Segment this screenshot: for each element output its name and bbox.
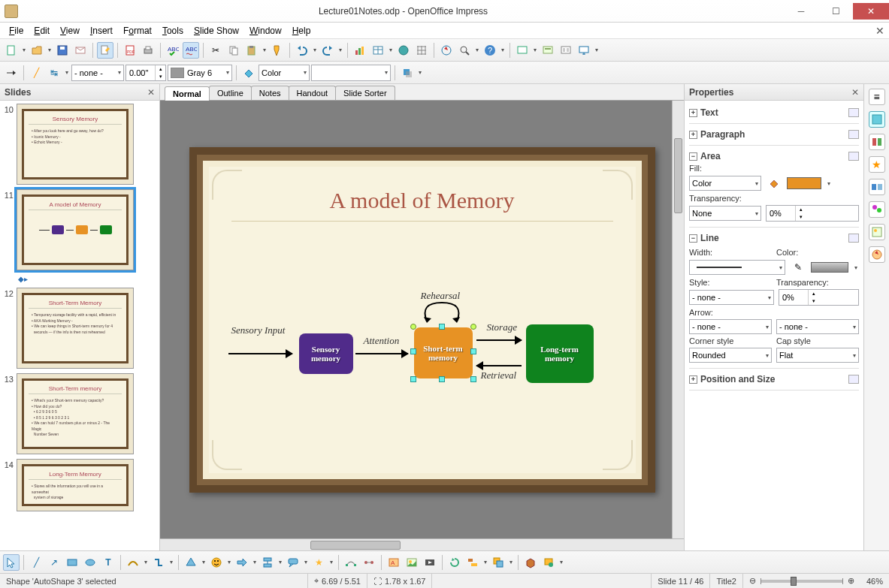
from-file-tool[interactable] [404, 554, 420, 571]
menu-help[interactable]: Help [288, 24, 316, 38]
menu-format[interactable]: Format [119, 24, 156, 38]
zoom-button[interactable] [456, 42, 473, 59]
line-color-dropdown[interactable]: ▾ [853, 259, 859, 276]
shadow-button[interactable] [399, 65, 416, 81]
undo-dropdown[interactable]: ▾ [312, 42, 318, 59]
points-tool[interactable] [343, 554, 359, 571]
basic-shapes-dropdown[interactable]: ▾ [201, 554, 207, 571]
menu-view[interactable]: View [56, 24, 84, 38]
menu-insert[interactable]: Insert [86, 24, 117, 38]
section-line[interactable]: −Line [689, 231, 859, 246]
slide-layout-button[interactable] [558, 42, 574, 59]
sidebar-properties-icon[interactable] [869, 111, 885, 128]
flowchart-dropdown[interactable]: ▾ [277, 554, 283, 571]
toolbar-overflow[interactable]: ▾ [500, 42, 506, 59]
arrange-tool[interactable] [490, 554, 506, 571]
extrusion-tool[interactable] [522, 554, 539, 571]
callouts-dropdown[interactable]: ▾ [303, 554, 309, 571]
section-area[interactable]: −Area [689, 149, 859, 164]
navigator-button[interactable] [438, 42, 455, 59]
menu-edit[interactable]: Edit [29, 24, 54, 38]
line-style-combo[interactable]: - none -▾ [689, 290, 774, 305]
alignment-tool[interactable] [464, 554, 481, 571]
box-sensory-memory[interactable]: Sensorymemory [299, 333, 353, 374]
redo-dropdown[interactable]: ▾ [337, 42, 343, 59]
line-width-spinner[interactable]: 0.00"▴▾ [125, 65, 166, 81]
paste-button[interactable] [243, 42, 260, 59]
presentation-overflow[interactable]: ▾ [594, 42, 600, 59]
line-style-combo[interactable]: - none -▾ [71, 65, 124, 81]
slide-canvas[interactable]: A model of Memory Sensory Input Sensorym… [160, 101, 684, 538]
slides-list[interactable]: 10 Sensory Memory• After you look here a… [0, 101, 159, 550]
line-toolbar-overflow[interactable]: ▾ [417, 65, 423, 81]
cut-button[interactable]: ✂ [207, 42, 224, 59]
callouts-tool[interactable] [285, 554, 301, 571]
arrow-start-combo[interactable]: - none -▾ [689, 319, 772, 334]
sidebar-navigator-icon[interactable] [869, 246, 885, 263]
export-pdf-button[interactable]: PDF [122, 42, 138, 59]
copy-button[interactable] [225, 42, 242, 59]
drawing-overflow[interactable]: ▾ [558, 554, 564, 571]
zoom-slider[interactable] [760, 580, 843, 583]
alignment-dropdown[interactable]: ▾ [482, 554, 488, 571]
zoom-dropdown[interactable]: ▾ [474, 42, 480, 59]
area-fill-icon[interactable] [240, 65, 257, 81]
help-button[interactable]: ? [482, 42, 498, 59]
arrow-tool[interactable]: ↗ [46, 554, 62, 571]
interaction-tool[interactable] [540, 554, 557, 571]
arrow-retrieval[interactable] [476, 365, 522, 366]
display-grid-button[interactable] [413, 42, 430, 59]
symbol-shapes-dropdown[interactable]: ▾ [226, 554, 232, 571]
zoom-out-button[interactable]: ⊖ [749, 576, 756, 586]
sidebar-gallery-icon[interactable] [869, 224, 885, 240]
properties-close[interactable]: ✕ [851, 87, 859, 98]
open-dropdown[interactable]: ▾ [47, 42, 53, 59]
flowchart-tool[interactable] [259, 554, 276, 571]
save-button[interactable] [54, 42, 71, 59]
section-position-size[interactable]: +Position and Size [689, 372, 859, 387]
text-tool[interactable]: T [100, 554, 116, 571]
line-color-swatch[interactable] [811, 262, 848, 273]
section-pos-more-icon[interactable] [848, 375, 859, 384]
sidebar-slide-transition-icon[interactable] [869, 179, 885, 195]
select-tool[interactable] [3, 554, 20, 571]
fill-type-combo[interactable]: Color▾ [259, 65, 310, 81]
box-short-term-memory[interactable]: Short-termmemory [414, 327, 473, 378]
maximize-button[interactable]: ☐ [818, 3, 853, 20]
section-paragraph-more-icon[interactable] [848, 130, 859, 139]
slide-title[interactable]: A model of Memory [231, 167, 613, 222]
area-fill-color-dropdown[interactable]: ▾ [826, 175, 832, 191]
corner-style-combo[interactable]: Rounded▾ [689, 348, 772, 363]
email-button[interactable] [72, 42, 89, 59]
menu-tools[interactable]: Tools [158, 24, 188, 38]
format-paintbrush-button[interactable] [269, 42, 286, 59]
fill-color-combo[interactable]: ▾ [311, 65, 391, 81]
line-endings-dropdown[interactable]: ▾ [64, 65, 70, 81]
editor-vscrollbar[interactable] [672, 101, 684, 538]
rectangle-tool[interactable] [64, 554, 80, 571]
line-transparency-spinner[interactable]: 0%▴▾ [779, 289, 859, 306]
tab-normal[interactable]: Normal [165, 86, 210, 101]
line-width-combo[interactable]: ▾ [689, 260, 785, 275]
sidebar-master-pages-icon[interactable] [869, 134, 885, 150]
insert-av-tool[interactable] [422, 554, 438, 571]
slide-thumbnail-11[interactable]: A model of Memory [17, 189, 134, 270]
arrow-attention[interactable] [355, 353, 408, 354]
block-arrows-tool[interactable] [234, 554, 250, 571]
curve-dropdown[interactable]: ▾ [143, 554, 149, 571]
block-arrows-dropdown[interactable]: ▾ [252, 554, 258, 571]
status-zoom[interactable]: 46% [860, 574, 889, 588]
area-fill-type-combo[interactable]: Color▾ [689, 176, 761, 191]
tab-handout[interactable]: Handout [289, 86, 337, 100]
zoom-in-button[interactable]: ⊕ [848, 576, 854, 586]
section-line-more-icon[interactable] [848, 234, 859, 243]
tab-slidesorter[interactable]: Slide Sorter [335, 86, 395, 100]
spellcheck-button[interactable]: ABC [165, 42, 181, 59]
section-text-more-icon[interactable] [848, 108, 859, 117]
arrow-rehearsal[interactable] [419, 299, 472, 324]
section-paragraph[interactable]: +Paragraph [689, 127, 859, 142]
undo-button[interactable] [294, 42, 310, 59]
slide-dropdown[interactable]: ▾ [532, 42, 538, 59]
line-color-combo[interactable]: Gray 6▾ [168, 65, 232, 81]
fontwork-tool[interactable]: A [386, 554, 402, 571]
